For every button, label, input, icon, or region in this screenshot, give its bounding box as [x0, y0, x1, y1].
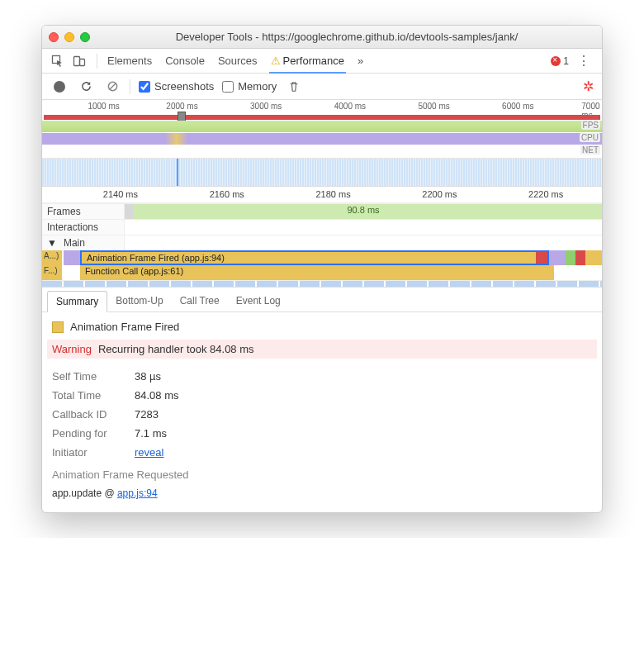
animation-frame-requested-label: Animation Frame Requested [52, 468, 592, 481]
main-track-label: Main [64, 237, 85, 249]
gc-button[interactable] [285, 78, 303, 96]
callback-id-value: 7283 [135, 408, 159, 421]
inspect-element-icon[interactable] [49, 52, 67, 70]
initiator-reveal-link[interactable]: reveal [135, 446, 163, 459]
tabs-overflow-button[interactable]: » [358, 55, 363, 67]
tab-summary[interactable]: Summary [47, 291, 107, 312]
warning-label: Warning [52, 343, 92, 355]
error-count-badge[interactable]: 1 [551, 55, 569, 67]
ruler-tick: 2200 ms [422, 189, 457, 199]
stack-function: app.update [52, 487, 102, 499]
flame-event[interactable] [585, 250, 602, 265]
reload-record-button[interactable] [77, 78, 95, 96]
panel-tabs: Elements Console Sources ⚠Performance [106, 50, 346, 73]
cpu-label: CPU [580, 133, 600, 142]
truncated-event[interactable]: F...) [42, 265, 64, 280]
warning-text: Recurring handler took 84.08 ms [98, 343, 254, 355]
stack-at: @ [104, 487, 114, 499]
cpu-lane: CPU [42, 133, 602, 145]
memory-checkbox-input[interactable] [222, 81, 234, 93]
stack-source-link[interactable]: app.js:94 [117, 487, 158, 499]
screenshots-checkbox[interactable]: Screenshots [139, 80, 214, 93]
overview-pane[interactable]: 1000 ms 2000 ms 3000 ms 4000 ms 5000 ms … [42, 100, 602, 187]
event-color-swatch [52, 321, 64, 333]
fps-label: FPS [581, 121, 600, 130]
memory-checkbox[interactable]: Memory [222, 80, 277, 93]
divider [130, 79, 130, 94]
net-label: NET [580, 145, 600, 155]
ruler-tick: 2160 ms [210, 189, 244, 199]
summary-panel: Animation Frame Fired WarningRecurring h… [42, 312, 602, 512]
error-icon [551, 56, 561, 66]
ruler-tick: 2220 ms [528, 189, 563, 199]
flame-event[interactable] [566, 250, 575, 265]
titlebar: Developer Tools - https://googlechrome.g… [42, 26, 602, 49]
flame-micro-row [42, 280, 602, 287]
truncated-event[interactable]: A...) [42, 250, 64, 265]
self-time-value: 38 µs [135, 370, 161, 383]
pending-for-value: 7.1 ms [135, 427, 167, 440]
pending-for-label: Pending for [52, 427, 126, 440]
selected-event-bar[interactable]: Animation Frame Fired (app.js:94) [80, 250, 549, 265]
initiator-label: Initiator [52, 446, 126, 459]
screenshots-label: Screenshots [154, 80, 214, 93]
interactions-track-label: Interactions [42, 220, 125, 235]
overview-frames-strip [44, 115, 600, 120]
frames-track: Frames 90.8 ms [42, 203, 602, 219]
ruler-tick: 1000 ms [88, 102, 119, 111]
flame-event[interactable] [64, 250, 80, 265]
close-window-button[interactable] [49, 32, 59, 42]
playhead[interactable] [177, 159, 178, 186]
main-menu-button[interactable]: ⋮ [572, 53, 595, 69]
main-thread-flame: A...) Animation Frame Fired (app.js:94) … [42, 250, 602, 287]
device-toolbar-icon[interactable] [70, 52, 88, 70]
tab-elements[interactable]: Elements [106, 50, 154, 72]
expand-triangle-icon[interactable]: ▼ [47, 237, 57, 249]
main-track-header[interactable]: ▼Main [42, 235, 602, 250]
error-count: 1 [563, 55, 569, 67]
tab-call-tree[interactable]: Call Tree [172, 291, 228, 311]
record-button[interactable] [50, 78, 69, 96]
fps-lane: FPS [42, 121, 602, 132]
total-time-label: Total Time [52, 389, 126, 402]
flame-event[interactable] [575, 250, 585, 265]
devtools-window: Developer Tools - https://googlechrome.g… [41, 25, 603, 513]
frames-track-label: Frames [42, 204, 125, 219]
stack-trace: app.update @ app.js:94 [52, 487, 592, 499]
event-title: Animation Frame Fired [70, 321, 179, 333]
self-time-label: Self Time [52, 370, 126, 383]
clear-button[interactable] [103, 78, 121, 96]
ruler-tick: 5000 ms [418, 102, 449, 111]
ruler-tick: 2140 ms [103, 189, 138, 199]
screenshots-strip [42, 158, 602, 186]
tab-sources[interactable]: Sources [216, 50, 259, 72]
minimize-window-button[interactable] [64, 32, 74, 42]
warning-row: WarningRecurring handler took 84.08 ms [47, 340, 597, 359]
svg-rect-1 [74, 56, 80, 65]
capture-settings-button[interactable]: ✲ [583, 78, 594, 94]
panel-tabbar: Elements Console Sources ⚠Performance » … [42, 49, 602, 74]
total-time-value: 84.08 ms [135, 389, 178, 402]
flame-event-bar[interactable]: Function Call (app.js:61) [80, 265, 554, 280]
net-lane: NET [42, 145, 602, 157]
tab-performance-label: Performance [283, 55, 344, 67]
window-controls [49, 32, 90, 42]
tab-performance[interactable]: ⚠Performance [269, 50, 346, 74]
window-title: Developer Tools - https://googlechrome.g… [98, 31, 595, 43]
tab-console[interactable]: Console [163, 50, 206, 72]
ruler-tick: 6000 ms [502, 102, 533, 111]
perf-toolbar: Screenshots Memory ✲ [42, 74, 602, 100]
tab-event-log[interactable]: Event Log [228, 291, 289, 311]
memory-label: Memory [238, 80, 277, 93]
flame-event[interactable] [549, 250, 566, 265]
svg-rect-2 [80, 59, 85, 65]
ruler-tick: 3000 ms [250, 102, 282, 111]
callback-id-label: Callback ID [52, 408, 126, 421]
details-tabbar: Summary Bottom-Up Call Tree Event Log [42, 288, 602, 312]
flame-chart[interactable]: Frames 90.8 ms Interactions ▼Main A...) … [42, 203, 602, 288]
detail-ruler: 2140 ms 2160 ms 2180 ms 2200 ms 2220 ms [42, 187, 602, 203]
tab-bottom-up[interactable]: Bottom-Up [107, 291, 171, 311]
overview-ruler: 1000 ms 2000 ms 3000 ms 4000 ms 5000 ms … [42, 100, 602, 115]
zoom-window-button[interactable] [80, 32, 90, 42]
screenshots-checkbox-input[interactable] [139, 81, 150, 93]
